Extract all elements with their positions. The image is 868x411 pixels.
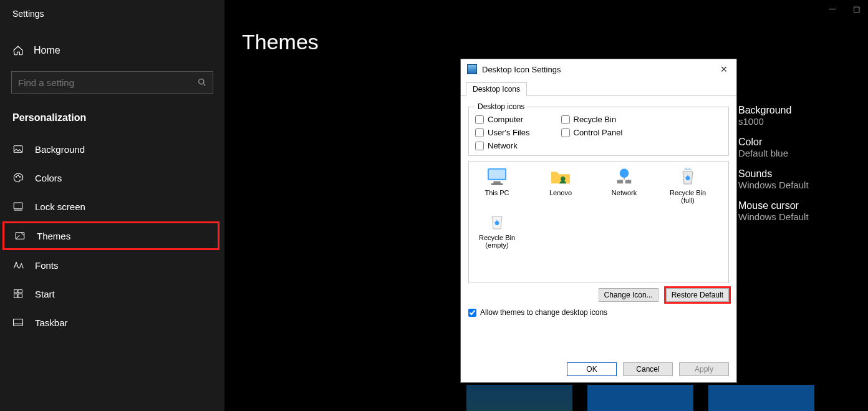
theme-background[interactable]: Background s1000 bbox=[738, 105, 809, 127]
apply-button[interactable]: Apply bbox=[679, 362, 729, 376]
palette-icon bbox=[12, 172, 24, 183]
check-computer[interactable]: Computer bbox=[475, 115, 530, 124]
ok-button[interactable]: OK bbox=[567, 362, 617, 376]
theme-mouse[interactable]: Mouse cursor Windows Default bbox=[738, 200, 809, 222]
sidebar-item-start[interactable]: Start bbox=[0, 279, 224, 308]
theme-thumbnail[interactable] bbox=[466, 385, 572, 411]
sidebar-item-themes[interactable]: Themes bbox=[2, 221, 219, 250]
svg-rect-5 bbox=[14, 203, 22, 209]
preview-label: Network bbox=[612, 189, 637, 196]
sidebar-item-fonts[interactable]: Fonts bbox=[0, 251, 224, 279]
check-network[interactable]: Network bbox=[475, 141, 530, 150]
sidebar-item-background[interactable]: Background bbox=[0, 135, 224, 163]
theme-sounds-value: Windows Default bbox=[738, 180, 809, 190]
sidebar-item-label: Colors bbox=[35, 173, 62, 183]
svg-point-3 bbox=[17, 175, 19, 176]
sidebar-item-label: Start bbox=[35, 289, 55, 299]
check-control-panel[interactable]: Control Panel bbox=[561, 128, 623, 137]
sidebar-item-label: Fonts bbox=[35, 260, 59, 271]
themes-icon bbox=[14, 230, 26, 241]
theme-color-value: Default blue bbox=[738, 148, 809, 158]
svg-rect-10 bbox=[18, 294, 22, 297]
theme-color-label: Color bbox=[738, 137, 809, 148]
sidebar-item-label: Themes bbox=[37, 231, 70, 241]
dialog-body: Desktop icons Computer User's Files Netw… bbox=[461, 96, 736, 323]
preview-label: This PC bbox=[485, 189, 509, 196]
taskbar-icon bbox=[12, 317, 24, 328]
theme-color[interactable]: Color Default blue bbox=[738, 137, 809, 158]
theme-sounds-label: Sounds bbox=[738, 168, 809, 180]
sidebar-item-taskbar[interactable]: Taskbar bbox=[0, 308, 224, 337]
theme-sounds[interactable]: Sounds Windows Default bbox=[738, 168, 809, 190]
app-title: Settings bbox=[0, 5, 224, 26]
svg-rect-11 bbox=[14, 319, 23, 326]
desktop-icon-settings-dialog: Desktop Icon Settings ✕ Desktop Icons De… bbox=[460, 59, 737, 383]
sidebar-item-lockscreen[interactable]: Lock screen bbox=[0, 192, 224, 221]
monitor-icon bbox=[485, 167, 509, 186]
svg-rect-8 bbox=[18, 290, 22, 293]
start-icon bbox=[12, 288, 24, 299]
theme-thumbnail[interactable] bbox=[587, 385, 693, 411]
tab-desktop-icons[interactable]: Desktop Icons bbox=[466, 82, 527, 96]
svg-rect-14 bbox=[489, 170, 505, 179]
main-content: ─ ◻ Themes Background s1000 Color Defaul… bbox=[224, 0, 868, 411]
preview-label: Recycle Bin (empty) bbox=[479, 234, 515, 249]
check-users-files[interactable]: User's Files bbox=[475, 128, 530, 137]
svg-rect-20 bbox=[625, 180, 631, 184]
theme-mouse-value: Windows Default bbox=[738, 211, 809, 222]
lockscreen-icon bbox=[12, 201, 24, 212]
theme-thumbnail[interactable] bbox=[708, 385, 814, 411]
sidebar-item-label: Lock screen bbox=[35, 201, 85, 212]
svg-rect-9 bbox=[14, 294, 17, 297]
home-icon bbox=[12, 45, 24, 56]
dialog-tabs: Desktop Icons bbox=[461, 79, 736, 96]
preview-recycle-empty[interactable]: Recycle Bin (empty) bbox=[474, 211, 520, 249]
sidebar-item-label: Background bbox=[35, 144, 85, 155]
preview-recycle-full[interactable]: Recycle Bin (full) bbox=[665, 167, 711, 204]
svg-point-4 bbox=[19, 176, 21, 178]
search-input[interactable] bbox=[18, 77, 198, 88]
image-icon bbox=[12, 143, 24, 155]
theme-mouse-label: Mouse cursor bbox=[738, 200, 809, 211]
preview-label: Lenovo bbox=[549, 189, 572, 196]
folder-user-icon bbox=[548, 167, 573, 186]
recycle-empty-icon bbox=[485, 211, 509, 231]
sidebar-item-label: Taskbar bbox=[35, 317, 68, 328]
sidebar-home[interactable]: Home bbox=[0, 37, 224, 64]
change-icon-button[interactable]: Change Icon... bbox=[599, 288, 658, 302]
preview-network[interactable]: Network bbox=[601, 167, 647, 204]
recycle-full-icon bbox=[675, 167, 700, 186]
svg-rect-15 bbox=[493, 181, 500, 184]
minimize-icon[interactable]: ─ bbox=[829, 4, 836, 14]
page-title: Themes bbox=[242, 30, 851, 54]
section-title: Personalization bbox=[0, 101, 224, 135]
svg-rect-7 bbox=[14, 290, 17, 293]
search-box[interactable] bbox=[11, 71, 213, 94]
close-icon[interactable]: ✕ bbox=[718, 63, 730, 75]
search-icon bbox=[198, 78, 206, 87]
restore-default-button[interactable]: Restore Default bbox=[666, 288, 729, 302]
desktop-icons-group: Desktop icons Computer User's Files Netw… bbox=[468, 102, 729, 156]
dialog-footer: OK Cancel Apply bbox=[461, 356, 736, 382]
settings-sidebar: Settings Home Personalization Background bbox=[0, 0, 224, 411]
theme-thumbnails bbox=[466, 385, 814, 411]
maximize-icon[interactable]: ◻ bbox=[853, 4, 861, 14]
svg-point-2 bbox=[16, 176, 17, 178]
theme-settings-summary: Background s1000 Color Default blue Soun… bbox=[738, 105, 809, 232]
cancel-button[interactable]: Cancel bbox=[623, 362, 673, 376]
svg-point-0 bbox=[199, 79, 204, 84]
network-icon bbox=[612, 167, 637, 186]
theme-background-label: Background bbox=[738, 105, 809, 116]
allow-themes-checkbox[interactable]: Allow themes to change desktop icons bbox=[468, 308, 729, 317]
allow-themes-label: Allow themes to change desktop icons bbox=[480, 308, 607, 317]
dialog-icon bbox=[467, 64, 477, 74]
dialog-title: Desktop Icon Settings bbox=[482, 65, 561, 74]
svg-rect-16 bbox=[491, 183, 503, 185]
check-recycle-bin[interactable]: Recycle Bin bbox=[561, 115, 623, 124]
sidebar-item-colors[interactable]: Colors bbox=[0, 163, 224, 192]
svg-point-17 bbox=[561, 176, 566, 181]
preview-user-folder[interactable]: Lenovo bbox=[538, 167, 584, 204]
window-controls: ─ ◻ bbox=[829, 4, 861, 14]
preview-this-pc[interactable]: This PC bbox=[474, 167, 520, 204]
svg-rect-19 bbox=[617, 180, 623, 184]
